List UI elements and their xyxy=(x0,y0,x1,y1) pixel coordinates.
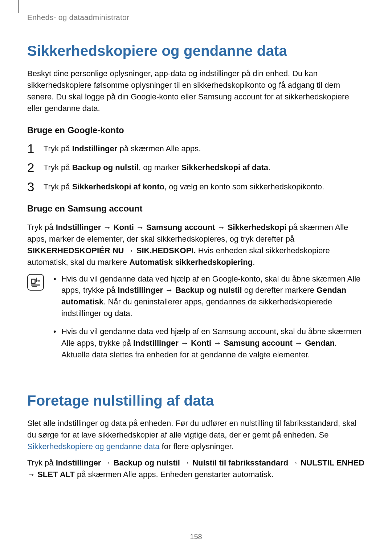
note-bullet-2: Hvis du vil gendanne data ved hjælp af e… xyxy=(52,326,365,361)
step-bold: Indstillinger xyxy=(72,144,118,153)
step-text: , og vælg en konto som sikkerhedskopikon… xyxy=(164,182,324,191)
arrow: → xyxy=(288,458,301,467)
arrow: → xyxy=(124,246,136,255)
note-bullets: Hvis du vil gendanne data ved hjælp af e… xyxy=(52,273,365,361)
margin-rule xyxy=(18,0,19,13)
backup-restore-link[interactable]: Sikkerhedskopiere og gendanne data xyxy=(27,442,160,451)
text: Slet alle indstillinger og data på enhed… xyxy=(27,419,356,439)
step-text: Tryk på xyxy=(44,144,72,153)
arrow: → xyxy=(101,223,113,232)
bold: SLET ALT xyxy=(37,470,75,479)
subheading-google: Bruge en Google-konto xyxy=(27,125,365,135)
subheading-samsung: Bruge en Samsung account xyxy=(27,204,365,214)
note-content: Hvis du vil gendanne data ved hjælp af e… xyxy=(52,273,365,367)
text: Tryk på xyxy=(27,458,56,467)
bold: Samsung account xyxy=(224,338,292,348)
text: Tryk på xyxy=(27,223,56,232)
arrow: → xyxy=(293,338,305,348)
bold: Nulstil til fabriksstandard xyxy=(192,458,288,467)
note-block: Hvis du vil gendanne data ved hjælp af e… xyxy=(27,273,365,367)
bold: Konti xyxy=(114,223,134,232)
bold: Konti xyxy=(191,338,211,348)
arrow: → xyxy=(215,223,228,232)
step-text: på skærmen Alle apps. xyxy=(117,144,201,153)
text: og derefter markere xyxy=(242,286,317,295)
step-1: Tryk på Indstillinger på skærmen Alle ap… xyxy=(27,143,365,155)
bold: Backup og nulstil xyxy=(114,458,180,467)
note-icon xyxy=(27,274,44,291)
bold: Backup og nulstil xyxy=(175,286,242,295)
bold: SIKKERHEDSKOPIÉR NU xyxy=(27,246,124,255)
step-text: Tryk på xyxy=(44,163,72,172)
reset-paragraph-2: Tryk på Indstillinger → Backup og nulsti… xyxy=(27,457,365,480)
text: for flere oplysninger. xyxy=(160,442,234,451)
step-bold: Sikkerhedskopi af konto xyxy=(72,182,164,191)
arrow: → xyxy=(180,458,192,467)
step-2: Tryk på Backup og nulstil, og marker Sik… xyxy=(27,162,365,173)
section-title-reset: Foretage nulstilling af data xyxy=(27,393,365,409)
text: . xyxy=(253,258,255,267)
arrow: → xyxy=(101,458,113,467)
step-text: Tryk på xyxy=(44,182,72,191)
bold: Indstillinger xyxy=(118,286,163,295)
page-header: Enheds- og dataadministrator xyxy=(27,13,365,22)
bold: Samsung account xyxy=(146,223,215,232)
bold: Indstillinger xyxy=(56,223,101,232)
arrow: → xyxy=(179,338,191,348)
arrow: → xyxy=(211,338,224,348)
arrow: → xyxy=(27,470,37,479)
page-number: 158 xyxy=(0,533,392,541)
bold: NULSTIL ENHED xyxy=(301,458,364,467)
section-title-backup: Sikkerhedskopiere og gendanne data xyxy=(27,43,365,59)
arrow: → xyxy=(163,286,175,295)
bold: Indstillinger xyxy=(133,338,179,348)
bold: Indstillinger xyxy=(56,458,101,467)
step-text: . xyxy=(268,163,270,172)
step-bold: Sikkerhedskopi af data xyxy=(181,163,268,172)
numbered-steps: Tryk på Indstillinger på skærmen Alle ap… xyxy=(27,143,365,193)
step-text: , og marker xyxy=(139,163,181,172)
step-bold: Backup og nulstil xyxy=(72,163,139,172)
bold: SIK.HEDSKOPI. xyxy=(136,246,196,255)
bold: Sikkerhedskopi xyxy=(228,223,287,232)
reset-paragraph-1: Slet alle indstillinger og data på enhed… xyxy=(27,418,365,452)
samsung-paragraph: Tryk på Indstillinger → Konti → Samsung … xyxy=(27,222,365,268)
arrow: → xyxy=(134,223,146,232)
bold: Gendan xyxy=(305,338,335,348)
note-bullet-1: Hvis du vil gendanne data ved hjælp af e… xyxy=(52,273,365,320)
text: på skærmen Alle apps. Enheden genstarter… xyxy=(75,470,274,479)
bold: Automatisk sikkerhedskopiering xyxy=(129,258,253,267)
page-content: Enheds- og dataadministrator Sikkerhedsk… xyxy=(0,0,392,480)
intro-paragraph: Beskyt dine personlige oplysninger, app-… xyxy=(27,68,365,114)
step-3: Tryk på Sikkerhedskopi af konto, og vælg… xyxy=(27,181,365,193)
